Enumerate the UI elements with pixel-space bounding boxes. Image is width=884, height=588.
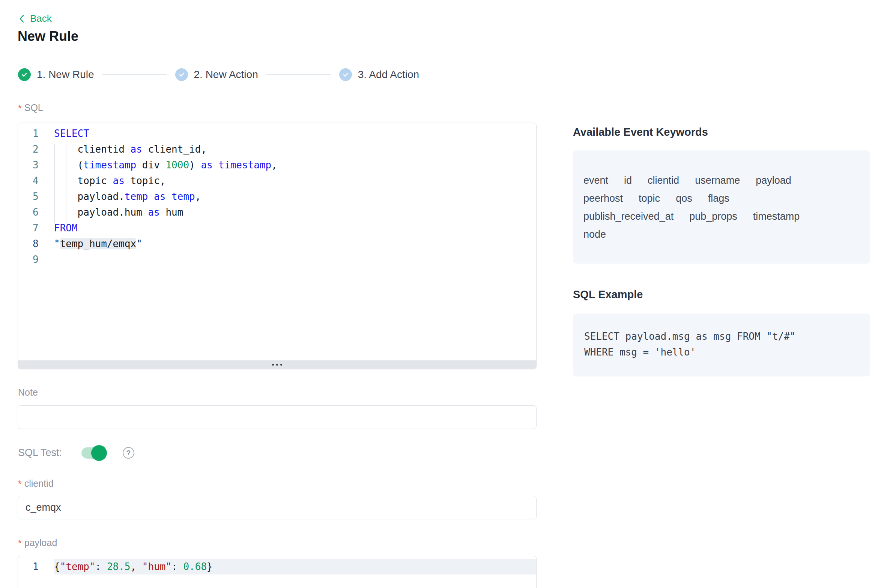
- code-line[interactable]: 8"temp_hum/emqx": [18, 236, 536, 252]
- sql-editor[interactable]: 1SELECT2 clientid as client_id,3 (timest…: [18, 123, 537, 369]
- step-1-label: 1. New Rule: [37, 69, 94, 81]
- code-line[interactable]: 3 (timestamp div 1000) as timestamp,: [18, 157, 536, 173]
- step-3-check-icon: [339, 68, 352, 81]
- keyword-row: eventidclientidusernamepayload: [583, 171, 860, 189]
- sql-example-title: SQL Example: [573, 288, 870, 301]
- back-label: Back: [30, 13, 52, 24]
- code-line[interactable]: 9: [18, 252, 536, 267]
- line-number: 3: [18, 157, 54, 173]
- required-asterisk: *: [18, 537, 22, 549]
- sql-test-label: SQL Test:: [18, 447, 62, 459]
- step-item-2: 2. New Action: [175, 68, 258, 81]
- step-connector: [266, 74, 331, 75]
- keyword-item: payload: [756, 171, 791, 189]
- line-number: 1: [18, 559, 54, 574]
- keyword-item: username: [695, 171, 740, 189]
- line-number: 5: [18, 189, 54, 204]
- steps-bar: 1. New Rule 2. New Action 3. Add Action: [18, 68, 419, 81]
- sql-example-line: SELECT payload.msg as msg FROM "t/#": [584, 328, 859, 344]
- keyword-item: topic: [639, 189, 660, 207]
- code-line[interactable]: 1SELECT: [18, 126, 536, 141]
- keywords-panel: eventidclientidusernamepayloadpeerhostto…: [573, 150, 870, 264]
- line-number: 9: [18, 252, 54, 267]
- keyword-item: qos: [676, 189, 692, 207]
- payload-code-body[interactable]: 1{"temp": 28.5, "hum": 0.68}: [18, 556, 536, 574]
- sql-editor-resize-handle[interactable]: [18, 360, 536, 369]
- sql-example-panel: SELECT payload.msg as msg FROM "t/#"WHER…: [573, 314, 870, 376]
- code-line[interactable]: 6 payload.hum as hum: [18, 204, 536, 220]
- sql-example-line: WHERE msg = 'hello': [584, 344, 859, 360]
- toggle-knob: [91, 445, 107, 461]
- line-number: 2: [18, 141, 54, 157]
- note-label: Note: [18, 387, 38, 398]
- line-number: 1: [18, 126, 54, 141]
- keyword-item: clientid: [648, 171, 679, 189]
- note-input[interactable]: [18, 405, 537, 429]
- keyword-item: timestamp: [753, 207, 800, 225]
- new-rule-page: Back New Rule 1. New Rule 2. New Action …: [0, 0, 884, 588]
- ellipsis-icon: [272, 364, 282, 366]
- sql-label: * SQL: [18, 102, 43, 114]
- code-line[interactable]: 1{"temp": 28.5, "hum": 0.68}: [18, 559, 536, 574]
- step-item-1: 1. New Rule: [18, 68, 94, 81]
- code-line[interactable]: 7FROM: [18, 220, 536, 236]
- clientid-label: * clientid: [18, 478, 54, 489]
- line-number: 4: [18, 173, 54, 189]
- code-line[interactable]: 2 clientid as client_id,: [18, 141, 536, 157]
- back-link[interactable]: Back: [18, 13, 52, 24]
- right-column: Available Event Keywords eventidclientid…: [573, 126, 870, 376]
- payload-label: * payload: [18, 537, 57, 549]
- keyword-row: peerhosttopicqosflags: [583, 189, 860, 207]
- sql-test-toggle[interactable]: [81, 447, 106, 459]
- payload-editor[interactable]: 1{"temp": 28.5, "hum": 0.68}: [18, 556, 537, 588]
- step-2-check-icon: [175, 68, 188, 81]
- keyword-item: flags: [708, 189, 729, 207]
- code-line[interactable]: 4 topic as topic,: [18, 173, 536, 189]
- keyword-item: peerhost: [583, 189, 623, 207]
- keyword-item: pub_props: [689, 207, 737, 225]
- step-connector: [102, 74, 167, 75]
- keywords-title: Available Event Keywords: [573, 126, 870, 138]
- code-line[interactable]: 5 payload.temp as temp,: [18, 189, 536, 204]
- keyword-item: event: [583, 171, 608, 189]
- step-3-label: 3. Add Action: [358, 69, 419, 81]
- sql-test-row: SQL Test: ?: [18, 447, 134, 459]
- keyword-item: node: [583, 225, 606, 243]
- step-1-check-icon: [18, 68, 31, 81]
- step-2-label: 2. New Action: [194, 69, 258, 81]
- help-icon[interactable]: ?: [123, 447, 134, 459]
- line-number: 7: [18, 220, 54, 236]
- line-number: 6: [18, 204, 54, 220]
- line-number: 8: [18, 236, 54, 252]
- indent-guide: [66, 144, 66, 223]
- keyword-item: publish_received_at: [583, 207, 674, 225]
- keyword-item: id: [624, 171, 632, 189]
- indent-guide: [54, 144, 55, 223]
- keyword-row: node: [583, 225, 860, 243]
- required-asterisk: *: [18, 102, 22, 114]
- sql-code-body[interactable]: 1SELECT2 clientid as client_id,3 (timest…: [18, 123, 536, 267]
- keyword-row: publish_received_atpub_propstimestamp: [583, 207, 860, 225]
- clientid-input[interactable]: [18, 496, 537, 519]
- required-asterisk: *: [18, 478, 22, 489]
- page-title: New Rule: [18, 28, 78, 44]
- step-item-3: 3. Add Action: [339, 68, 419, 81]
- chevron-left-icon: [18, 14, 26, 24]
